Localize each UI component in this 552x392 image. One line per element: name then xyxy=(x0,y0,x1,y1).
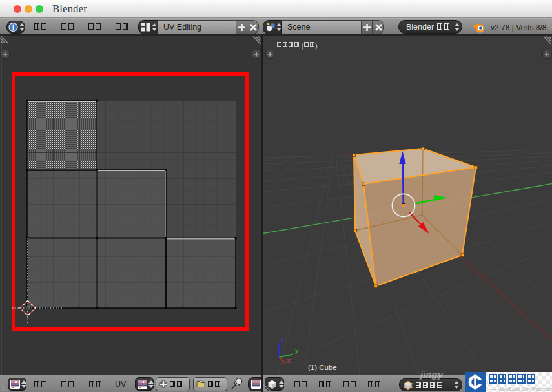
svg-text:z: z xyxy=(281,335,284,343)
svg-text:(1) Cube: (1) Cube xyxy=(308,364,337,371)
svg-text:x: x xyxy=(287,356,291,364)
svg-text:y: y xyxy=(295,346,299,354)
